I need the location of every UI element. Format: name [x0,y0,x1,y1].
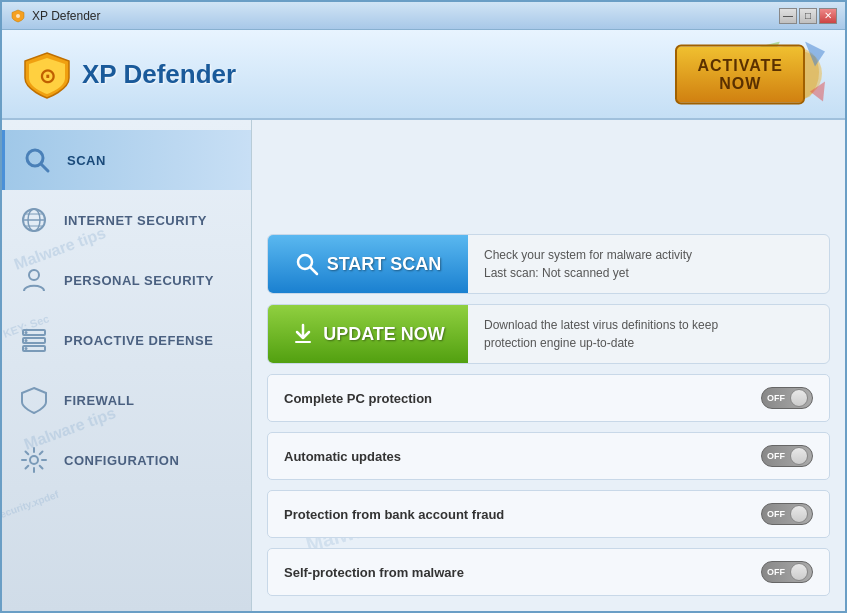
toggle-knob-3 [790,563,808,581]
titlebar-icon [10,8,26,24]
toggle-off-text-2: OFF [767,509,785,519]
toggle-knob-2 [790,505,808,523]
sidebar-item-firewall[interactable]: FIREWALL [2,370,251,430]
toggle-switch-1[interactable]: OFF [761,445,813,467]
toggle-knob-0 [790,389,808,407]
svg-line-6 [41,164,48,171]
sidebar-item-configuration[interactable]: CONFIGURATION [2,430,251,490]
scan-button-icon [295,252,319,276]
toggle-row-3: Self-protection from malware OFF [267,548,830,596]
toggle-off-text-0: OFF [767,393,785,403]
update-now-row: UPDATE NOW Download the latest virus def… [267,304,830,364]
logo-shield-icon: ⊙ [22,50,70,98]
svg-point-16 [25,331,28,334]
svg-point-18 [25,347,28,350]
internet-security-icon [18,204,50,236]
svg-point-17 [25,339,28,342]
toggle-switch-0[interactable]: OFF [761,387,813,409]
toggle-switch-2[interactable]: OFF [761,503,813,525]
sidebar-item-personal-security-label: PERSONAL SECURITY [64,273,214,288]
scan-icon [21,144,53,176]
svg-point-12 [29,270,39,280]
sidebar-item-internet-security-label: INTERNET SECURITY [64,213,207,228]
toggle-label-1: Automatic updates [284,449,761,464]
toggle-row-0: Complete PC protection OFF [267,374,830,422]
sidebar-item-proactive-defense-label: PROACTIVE DEFENSE [64,333,213,348]
sidebar-item-internet-security[interactable]: INTERNET SECURITY [2,190,251,250]
start-scan-button[interactable]: START SCAN [268,235,468,293]
sidebar: Malware tips Malware tips KEY: Sec Malwa… [2,120,252,611]
proactive-defense-icon [18,324,50,356]
watermark-5: Security.xpdef [2,489,60,523]
right-panel: Malware tips Malware tips Malware tips S… [252,120,845,611]
toggle-label-3: Self-protection from malware [284,565,761,580]
toggle-label-2: Protection from bank account fraud [284,507,761,522]
logo-area: ⊙ XP Defender [22,50,236,98]
toggle-off-text-3: OFF [767,567,785,577]
svg-point-19 [30,456,38,464]
configuration-icon [18,444,50,476]
scan-desc-line1: Check your system for malware activity [484,246,813,264]
start-scan-desc: Check your system for malware activity L… [468,235,829,293]
toggle-off-text-1: OFF [767,451,785,461]
personal-security-icon [18,264,50,296]
sidebar-item-personal-security[interactable]: PERSONAL SECURITY [2,250,251,310]
firewall-icon [18,384,50,416]
sidebar-item-firewall-label: FIREWALL [64,393,134,408]
header: ⊙ XP Defender [2,30,845,120]
svg-point-0 [16,14,20,18]
toggle-switch-3[interactable]: OFF [761,561,813,583]
update-now-button[interactable]: UPDATE NOW [268,305,468,363]
svg-rect-22 [295,341,311,343]
app-title: XP Defender [82,59,236,90]
toggle-knob-1 [790,447,808,465]
update-now-desc: Download the latest virus definitions to… [468,305,829,363]
titlebar-controls: — □ ✕ [779,8,837,24]
close-button[interactable]: ✕ [819,8,837,24]
main-window: XP Defender — □ ✕ ⊙ XP Defender [0,0,847,613]
minimize-button[interactable]: — [779,8,797,24]
scan-desc-line2: Last scan: Not scanned yet [484,264,813,282]
toggle-row-2: Protection from bank account fraud OFF [267,490,830,538]
toggle-row-1: Automatic updates OFF [267,432,830,480]
activate-now-button[interactable]: ACTIVATE NOW [675,44,805,104]
maximize-button[interactable]: □ [799,8,817,24]
svg-text:⊙: ⊙ [39,65,56,87]
start-scan-row: START SCAN Check your system for malware… [267,234,830,294]
sidebar-item-scan[interactable]: SCAN [2,130,251,190]
sidebar-item-configuration-label: CONFIGURATION [64,453,179,468]
update-desc-line2: protection engine up-to-date [484,334,813,352]
update-button-icon [291,322,315,346]
sidebar-item-proactive-defense[interactable]: PROACTIVE DEFENSE [2,310,251,370]
update-desc-line1: Download the latest virus definitions to… [484,316,813,334]
sidebar-item-scan-label: SCAN [67,153,106,168]
main-content: Malware tips Malware tips KEY: Sec Malwa… [2,120,845,611]
titlebar-title: XP Defender [32,9,779,23]
toggle-label-0: Complete PC protection [284,391,761,406]
svg-line-21 [310,267,317,274]
titlebar: XP Defender — □ ✕ [2,2,845,30]
